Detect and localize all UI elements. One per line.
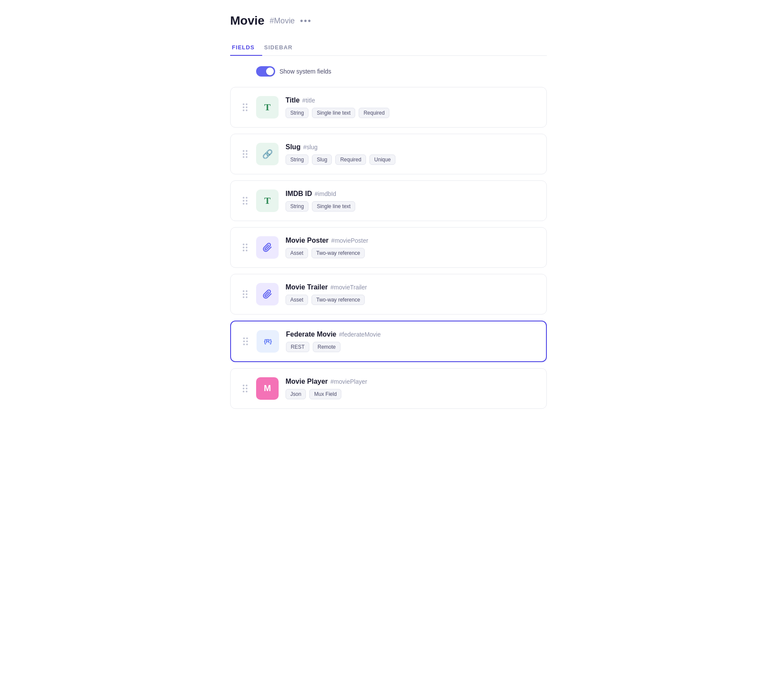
field-name: Movie Trailer [286, 283, 328, 291]
field-card-moviePlayer[interactable]: M Movie Player #moviePlayer JsonMux Fiel… [230, 368, 547, 409]
drag-handle[interactable] [241, 289, 249, 300]
field-info: IMDB ID #imdbId StringSingle line text [286, 190, 536, 212]
toggle-thumb [266, 67, 274, 75]
field-icon: M [256, 377, 279, 400]
tab-sidebar[interactable]: SIDEBAR [262, 40, 300, 56]
drag-handle[interactable] [241, 242, 249, 253]
field-badges: AssetTwo-way reference [286, 248, 536, 258]
field-badge: Remote [313, 342, 340, 352]
field-api-id: #slug [303, 144, 318, 151]
field-badge: String [286, 201, 308, 212]
field-badge: Required [359, 108, 389, 118]
tab-fields[interactable]: FIELDS [230, 40, 262, 56]
field-badge: REST [286, 342, 309, 352]
field-badge: Required [335, 154, 366, 165]
field-badge: Asset [286, 248, 308, 258]
field-icon: 🔗 [256, 143, 279, 165]
field-badge: Asset [286, 295, 308, 305]
field-icon: T [256, 96, 279, 119]
field-api-id: #imdbId [315, 190, 336, 197]
field-badges: StringSingle line textRequired [286, 108, 536, 118]
field-badges: RESTRemote [286, 342, 536, 352]
field-api-id: #movieTrailer [331, 284, 367, 291]
field-badge: Two-way reference [311, 295, 365, 305]
field-badge: Mux Field [309, 389, 341, 399]
field-badge: String [286, 154, 308, 165]
field-badge: Two-way reference [311, 248, 365, 258]
field-card-title[interactable]: T Title #title StringSingle line textReq… [230, 87, 547, 128]
field-name-row: Movie Poster #moviePoster [286, 237, 536, 244]
fields-list: T Title #title StringSingle line textReq… [230, 87, 547, 409]
page-title: Movie [230, 14, 264, 28]
field-badges: StringSlugRequiredUnique [286, 154, 536, 165]
field-badge: Unique [369, 154, 395, 165]
drag-handle[interactable] [241, 383, 249, 394]
field-info: Federate Movie #federateMovie RESTRemote [286, 331, 536, 352]
field-api-id: #federateMovie [339, 331, 381, 338]
field-badges: StringSingle line text [286, 201, 536, 212]
field-name-row: Federate Movie #federateMovie [286, 331, 536, 338]
field-info: Movie Poster #moviePoster AssetTwo-way r… [286, 237, 536, 258]
field-name-row: Movie Trailer #movieTrailer [286, 283, 536, 291]
page-hash-id: #Movie [270, 16, 295, 26]
field-badge: String [286, 108, 308, 118]
field-badge: Slug [312, 154, 332, 165]
field-name-row: Slug #slug [286, 143, 536, 151]
field-card-movieTrailer[interactable]: Movie Trailer #movieTrailer AssetTwo-way… [230, 274, 547, 315]
field-name: Movie Player [286, 378, 328, 385]
system-fields-toggle[interactable] [256, 66, 275, 77]
field-card-imdbId[interactable]: T IMDB ID #imdbId StringSingle line text [230, 180, 547, 221]
drag-handle[interactable] [241, 148, 249, 160]
field-name: Federate Movie [286, 331, 336, 338]
field-api-id: #moviePoster [331, 237, 369, 244]
field-info: Movie Trailer #movieTrailer AssetTwo-way… [286, 283, 536, 305]
field-icon: T [256, 189, 279, 212]
field-icon [256, 283, 279, 305]
field-info: Movie Player #moviePlayer JsonMux Field [286, 378, 536, 399]
field-name: Title [286, 96, 300, 104]
field-api-id: #moviePlayer [331, 378, 367, 385]
field-badge: Single line text [312, 108, 355, 118]
field-icon [256, 236, 279, 259]
field-card-slug[interactable]: 🔗 Slug #slug StringSlugRequiredUnique [230, 134, 547, 174]
field-name: IMDB ID [286, 190, 312, 198]
drag-handle[interactable] [241, 336, 250, 347]
more-options-icon[interactable]: ••• [300, 16, 311, 26]
drag-handle[interactable] [241, 195, 249, 206]
system-fields-row: Show system fields [230, 66, 547, 77]
field-info: Title #title StringSingle line textRequi… [286, 96, 536, 118]
field-card-moviePoster[interactable]: Movie Poster #moviePoster AssetTwo-way r… [230, 227, 547, 268]
field-card-federateMovie[interactable]: {R} Federate Movie #federateMovie RESTRe… [230, 321, 547, 362]
field-api-id: #title [302, 97, 315, 104]
field-name-row: Title #title [286, 96, 536, 104]
field-name-row: IMDB ID #imdbId [286, 190, 536, 198]
field-name: Movie Poster [286, 237, 329, 244]
field-badge: Json [286, 389, 306, 399]
field-badge: Single line text [312, 201, 355, 212]
page-header: Movie #Movie ••• [230, 14, 547, 28]
field-info: Slug #slug StringSlugRequiredUnique [286, 143, 536, 165]
field-badges: JsonMux Field [286, 389, 536, 399]
field-name-row: Movie Player #moviePlayer [286, 378, 536, 385]
tabs-container: FIELDS SIDEBAR [230, 40, 547, 56]
field-icon: {R} [257, 330, 279, 353]
field-badges: AssetTwo-way reference [286, 295, 536, 305]
field-name: Slug [286, 143, 301, 151]
system-fields-label: Show system fields [279, 68, 331, 75]
drag-handle[interactable] [241, 102, 249, 113]
